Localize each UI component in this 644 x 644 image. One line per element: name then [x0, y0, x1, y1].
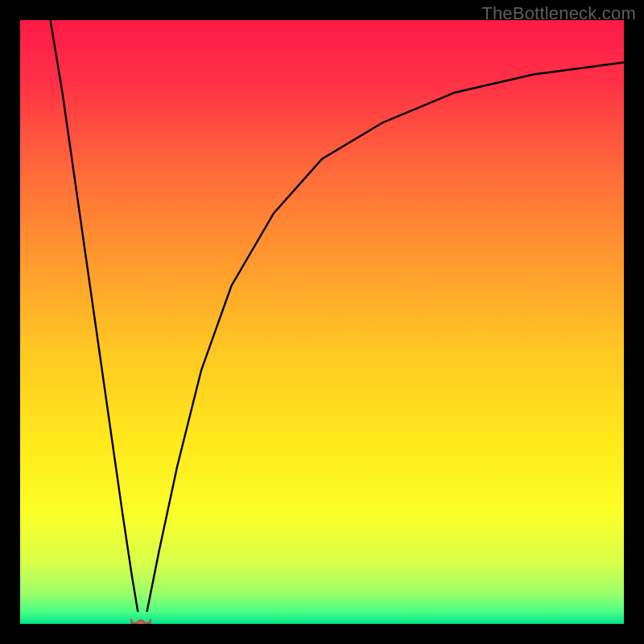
chart-frame: TheBottleneck.com — [0, 0, 644, 644]
watermark-text: TheBottleneck.com — [481, 3, 636, 24]
plot-background — [20, 20, 624, 624]
bottleneck-chart — [0, 0, 644, 644]
